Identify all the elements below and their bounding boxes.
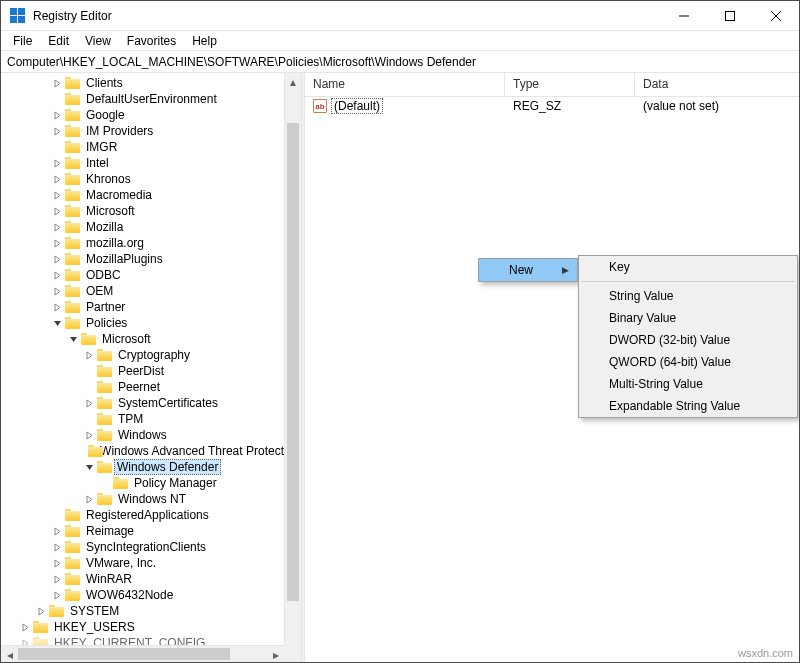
tree-item[interactable]: Policies [1,315,301,331]
tree-item[interactable]: IM Providers [1,123,301,139]
chevron-right-icon[interactable] [81,347,97,363]
context-sub-key[interactable]: Key [579,256,797,278]
chevron-right-icon[interactable] [33,603,49,619]
context-new[interactable]: New ▶ [479,259,577,281]
menu-edit[interactable]: Edit [40,32,77,50]
tree-item[interactable]: TPM [1,411,301,427]
chevron-right-icon[interactable] [49,187,65,203]
tree-item[interactable]: Partner [1,299,301,315]
close-button[interactable] [753,1,799,31]
folder-icon [65,172,81,186]
context-sub-expandable[interactable]: Expandable String Value [579,395,797,417]
tree-item[interactable]: WinRAR [1,571,301,587]
tree-item[interactable]: DefaultUserEnvironment [1,91,301,107]
minimize-button[interactable] [661,1,707,31]
tree-item[interactable]: IMGR [1,139,301,155]
chevron-right-icon[interactable] [49,251,65,267]
expander-spacer [97,475,113,491]
maximize-button[interactable] [707,1,753,31]
tree-item[interactable]: Windows Defender [1,459,301,475]
tree-item[interactable]: Microsoft [1,203,301,219]
menu-help[interactable]: Help [184,32,225,50]
tree-item[interactable]: SystemCertificates [1,395,301,411]
tree-item[interactable]: Policy Manager [1,475,301,491]
tree-item[interactable]: VMware, Inc. [1,555,301,571]
tree-item-label: Policy Manager [133,476,218,490]
menu-file[interactable]: File [5,32,40,50]
chevron-right-icon[interactable] [49,203,65,219]
scroll-up-icon[interactable]: ▴ [285,73,301,90]
chevron-right-icon[interactable] [49,571,65,587]
tree-item[interactable]: MozillaPlugins [1,251,301,267]
tree-item[interactable]: mozilla.org [1,235,301,251]
chevron-right-icon[interactable] [49,75,65,91]
tree-item[interactable]: Microsoft [1,331,301,347]
chevron-right-icon[interactable] [49,283,65,299]
chevron-right-icon[interactable] [17,619,33,635]
folder-icon [97,412,113,426]
tree-item[interactable]: PeerDist [1,363,301,379]
chevron-right-icon[interactable] [49,155,65,171]
chevron-down-icon[interactable] [65,331,81,347]
context-menu[interactable]: New ▶ [478,258,578,282]
tree-item[interactable]: Clients [1,75,301,91]
chevron-right-icon[interactable] [49,235,65,251]
address-bar[interactable]: Computer\HKEY_LOCAL_MACHINE\SOFTWARE\Pol… [1,51,799,73]
menu-favorites[interactable]: Favorites [119,32,184,50]
column-name[interactable]: Name [305,73,505,96]
tree-item[interactable]: Khronos [1,171,301,187]
chevron-right-icon[interactable] [49,539,65,555]
chevron-down-icon[interactable] [49,315,65,331]
tree-item[interactable]: Windows [1,427,301,443]
tree-item[interactable]: Cryptography [1,347,301,363]
chevron-right-icon[interactable] [49,523,65,539]
tree-item[interactable]: ODBC [1,267,301,283]
chevron-right-icon[interactable] [49,171,65,187]
context-sub-string[interactable]: String Value [579,285,797,307]
folder-icon [65,284,81,298]
context-sub-dword[interactable]: DWORD (32-bit) Value [579,329,797,351]
tree-pane[interactable]: ClientsDefaultUserEnvironmentGoogleIM Pr… [1,73,301,662]
column-data[interactable]: Data [635,73,799,96]
tree-item[interactable]: Peernet [1,379,301,395]
chevron-down-icon[interactable] [81,459,97,475]
chevron-right-icon[interactable] [81,427,97,443]
tree-item[interactable]: Macromedia [1,187,301,203]
tree-item[interactable]: WOW6432Node [1,587,301,603]
chevron-right-icon[interactable] [81,491,97,507]
context-sub-qword[interactable]: QWORD (64-bit) Value [579,351,797,373]
tree-item[interactable]: RegisteredApplications [1,507,301,523]
chevron-right-icon[interactable] [49,299,65,315]
chevron-right-icon[interactable] [49,107,65,123]
chevron-right-icon[interactable] [49,123,65,139]
context-sub-binary[interactable]: Binary Value [579,307,797,329]
list-pane[interactable]: Name Type Data ab (Default) REG_SZ (valu… [305,73,799,662]
tree-item[interactable]: HKEY_USERS [1,619,301,635]
tree-scrollbar-v[interactable]: ▴ ▾ [284,73,301,662]
tree-item[interactable]: Reimage [1,523,301,539]
folder-icon [65,316,81,330]
tree-scrollbar-h[interactable]: ◂ ▸ [1,645,284,662]
folder-icon [65,572,81,586]
chevron-right-icon[interactable] [49,219,65,235]
chevron-right-icon[interactable] [49,587,65,603]
tree-item[interactable]: SyncIntegrationClients [1,539,301,555]
context-sub-multistring[interactable]: Multi-String Value [579,373,797,395]
menu-view[interactable]: View [77,32,119,50]
tree-item[interactable]: Google [1,107,301,123]
chevron-right-icon[interactable] [49,267,65,283]
chevron-right-icon[interactable] [49,555,65,571]
scroll-right-icon[interactable]: ▸ [267,646,284,662]
tree-item[interactable]: Windows Advanced Threat Protection [1,443,301,459]
tree-item[interactable]: Windows NT [1,491,301,507]
tree-item[interactable]: SYSTEM [1,603,301,619]
scroll-left-icon[interactable]: ◂ [1,646,18,662]
tree-item[interactable]: OEM [1,283,301,299]
context-submenu[interactable]: Key String Value Binary Value DWORD (32-… [578,255,798,418]
chevron-right-icon[interactable] [81,395,97,411]
tree-item[interactable]: Mozilla [1,219,301,235]
folder-icon [65,236,81,250]
tree-item[interactable]: Intel [1,155,301,171]
column-type[interactable]: Type [505,73,635,96]
list-row[interactable]: ab (Default) REG_SZ (value not set) [305,97,799,115]
